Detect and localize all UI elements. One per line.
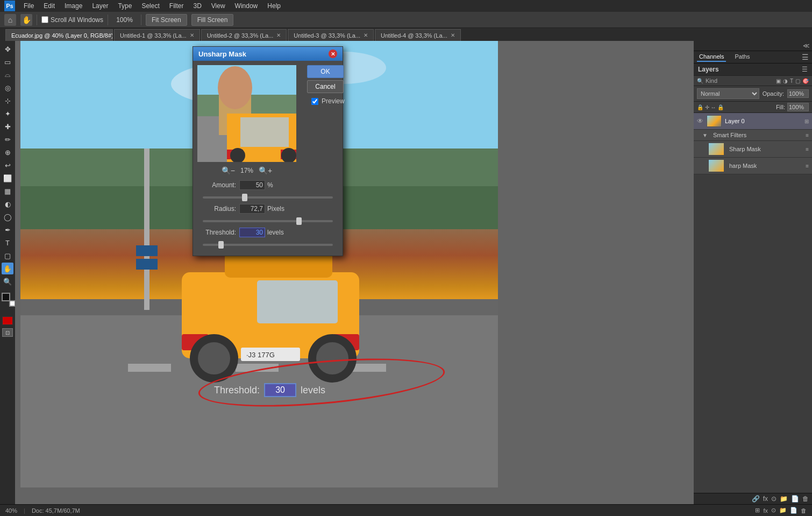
gradient-tool[interactable]: ▦ bbox=[2, 185, 13, 197]
menu-layer[interactable]: Layer bbox=[88, 1, 112, 11]
lasso-tool[interactable]: ⌓ bbox=[2, 69, 13, 81]
blur-tool[interactable]: ◐ bbox=[2, 198, 13, 210]
mask-status-icon[interactable]: ⊙ bbox=[771, 507, 776, 514]
layer-item-sharp-mask-2[interactable]: harp Mask ≡ bbox=[694, 158, 812, 174]
pen-tool[interactable]: ✒ bbox=[2, 224, 13, 236]
layer-item-smart-filters[interactable]: ▼ Smart Filters ≡ bbox=[694, 130, 812, 141]
folder-status-icon[interactable]: 📁 bbox=[779, 507, 787, 514]
foreground-color[interactable] bbox=[2, 293, 13, 305]
zoom-out-button[interactable]: 🔍− bbox=[220, 166, 236, 175]
amount-slider-thumb[interactable] bbox=[242, 194, 247, 201]
ok-button[interactable]: OK bbox=[307, 65, 344, 78]
dialog-title-bar[interactable]: Unsharp Mask ✕ bbox=[193, 47, 343, 61]
fill-screen-button[interactable]: Fill Screen bbox=[191, 14, 234, 26]
threshold-input-overlay[interactable] bbox=[264, 383, 296, 397]
marquee-tool[interactable]: ▭ bbox=[2, 56, 13, 68]
fit-screen-button[interactable]: Fit Screen bbox=[146, 14, 187, 26]
brush-tool[interactable]: ✏ bbox=[2, 133, 13, 145]
radius-input[interactable] bbox=[239, 204, 265, 214]
text-tool[interactable]: T bbox=[2, 237, 13, 249]
arrange-icon[interactable]: ⊞ bbox=[755, 507, 760, 514]
fx-status-icon[interactable]: fx bbox=[763, 507, 768, 514]
blend-mode-select[interactable]: Normal bbox=[697, 88, 759, 99]
layers-panel-menu[interactable]: ☰ bbox=[802, 66, 808, 73]
quick-select-tool[interactable]: ◎ bbox=[2, 82, 13, 94]
radius-slider-track[interactable] bbox=[203, 220, 333, 222]
preview-checkbox[interactable] bbox=[311, 98, 318, 105]
cancel-button[interactable]: Cancel bbox=[307, 80, 344, 93]
menu-edit[interactable]: Edit bbox=[39, 1, 59, 11]
eyedropper-tool[interactable]: ✦ bbox=[2, 108, 13, 119]
zoom-in-button[interactable]: 🔍+ bbox=[258, 166, 273, 175]
layer-visibility-eye[interactable]: 👁 bbox=[697, 117, 703, 125]
menu-type[interactable]: Type bbox=[113, 1, 136, 11]
hand-tool-option[interactable]: ✋ bbox=[20, 14, 32, 26]
menu-help[interactable]: Help bbox=[263, 1, 285, 11]
collapse-icon[interactable]: ≪ bbox=[803, 42, 810, 50]
pixel-filter-icon[interactable]: ▣ bbox=[776, 78, 781, 84]
link-layers-icon[interactable]: 🔗 bbox=[752, 495, 760, 503]
filter-settings-icon-1[interactable]: ≡ bbox=[806, 146, 809, 152]
opacity-input[interactable] bbox=[787, 89, 809, 98]
tab-close-3[interactable]: ✕ bbox=[364, 32, 368, 38]
screen-mode-icon[interactable]: ⊡ bbox=[2, 328, 13, 337]
scroll-all-windows-checkbox[interactable]: Scroll All Windows bbox=[41, 16, 103, 24]
tab-close-2[interactable]: ✕ bbox=[276, 32, 281, 38]
shape-filter-icon[interactable]: ▢ bbox=[795, 78, 800, 84]
amount-input[interactable] bbox=[239, 180, 265, 190]
layer-item-main[interactable]: 👁 Layer 0 ⊞ bbox=[694, 113, 812, 130]
amount-slider-track[interactable] bbox=[203, 196, 333, 199]
add-mask-icon[interactable]: ⊙ bbox=[771, 495, 777, 503]
tab-close-4[interactable]: ✕ bbox=[451, 32, 455, 38]
channels-tab[interactable]: Channels bbox=[697, 52, 726, 62]
menu-3d[interactable]: 3D bbox=[189, 1, 205, 11]
delete-layer-icon[interactable]: 🗑 bbox=[802, 495, 809, 503]
dialog-close-button[interactable]: ✕ bbox=[329, 50, 337, 58]
scroll-all-windows-input[interactable] bbox=[41, 16, 48, 23]
menu-image[interactable]: Image bbox=[60, 1, 87, 11]
new-group-icon[interactable]: 📁 bbox=[780, 495, 788, 503]
tab-untitled2[interactable]: Untitled-2 @ 33,3% (La... ✕ bbox=[201, 29, 287, 41]
quick-mask-icon[interactable] bbox=[2, 316, 13, 325]
hand-tool[interactable]: ✋ bbox=[2, 263, 13, 274]
shape-tool[interactable]: ▢ bbox=[2, 250, 13, 261]
threshold-slider-thumb[interactable] bbox=[218, 241, 224, 249]
threshold-slider-track[interactable] bbox=[203, 244, 333, 246]
clone-tool[interactable]: ⊕ bbox=[2, 146, 13, 158]
panel-menu-icon[interactable]: ☰ bbox=[802, 53, 809, 61]
fill-input[interactable] bbox=[787, 103, 809, 111]
home-icon[interactable]: ⌂ bbox=[4, 14, 16, 26]
eraser-tool[interactable]: ⬜ bbox=[2, 172, 13, 184]
add-fx-icon[interactable]: fx bbox=[763, 495, 768, 503]
tab-close-1[interactable]: ✕ bbox=[190, 32, 194, 38]
dodge-tool[interactable]: ◯ bbox=[2, 211, 13, 223]
menu-filter[interactable]: Filter bbox=[165, 1, 188, 11]
menu-file[interactable]: File bbox=[19, 1, 38, 11]
threshold-input[interactable] bbox=[239, 228, 265, 237]
radius-slider-thumb[interactable] bbox=[296, 217, 302, 225]
zoom-tool[interactable]: 🔍 bbox=[2, 275, 13, 287]
adjust-filter-icon[interactable]: ◑ bbox=[783, 78, 788, 84]
fill-label: Fill: bbox=[776, 104, 785, 110]
menu-view[interactable]: View bbox=[207, 1, 230, 11]
move-tool[interactable]: ✥ bbox=[2, 43, 13, 55]
history-brush-tool[interactable]: ↩ bbox=[2, 159, 13, 171]
dialog-preview-area[interactable] bbox=[197, 65, 296, 162]
tab-untitled1[interactable]: Untitled-1 @ 33,3% (La... ✕ bbox=[114, 29, 200, 41]
tab-untitled3[interactable]: Untitled-3 @ 33,3% (La... ✕ bbox=[288, 29, 374, 41]
healing-tool[interactable]: ✚ bbox=[2, 121, 13, 132]
delete-status-icon[interactable]: 🗑 bbox=[801, 507, 807, 514]
paths-tab[interactable]: Paths bbox=[732, 52, 752, 62]
new-layer-icon[interactable]: 📄 bbox=[791, 495, 799, 503]
smart-filter-icon[interactable]: 🎯 bbox=[802, 78, 809, 84]
menu-window[interactable]: Window bbox=[231, 1, 262, 11]
smart-filters-expand-icon[interactable]: ▼ bbox=[702, 132, 708, 138]
layer-item-sharp-mask-1[interactable]: Sharp Mask ≡ bbox=[694, 141, 812, 158]
tab-untitled4[interactable]: Untitled-4 @ 33,3% (La... ✕ bbox=[375, 29, 461, 41]
filter-settings-icon-2[interactable]: ≡ bbox=[806, 163, 809, 169]
tab-ecuador[interactable]: Ecuador.jpg @ 40% (Layer 0, RGB/8#) ✕ bbox=[5, 29, 113, 41]
text-filter-icon[interactable]: T bbox=[790, 78, 793, 84]
crop-tool[interactable]: ⊹ bbox=[2, 95, 13, 107]
new-layer-status-icon[interactable]: 📄 bbox=[790, 507, 797, 514]
menu-select[interactable]: Select bbox=[137, 1, 163, 11]
